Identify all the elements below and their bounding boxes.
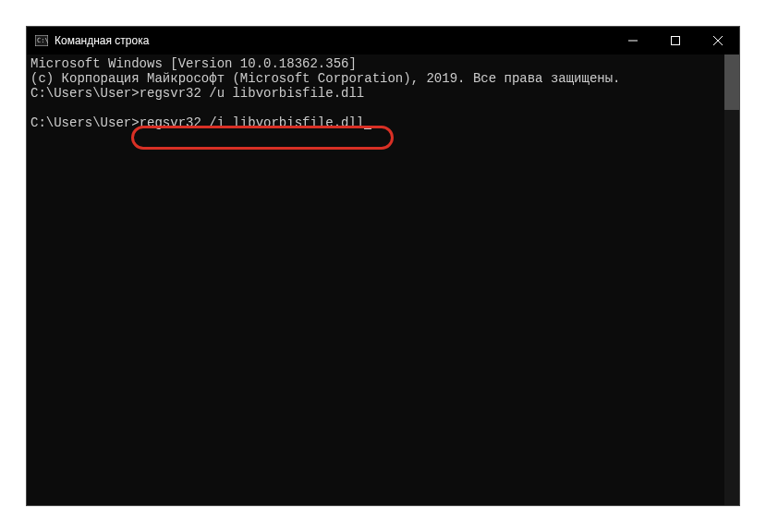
cursor: [364, 127, 371, 129]
command-text: regsvr32 /i libvorbisfile.dll: [140, 115, 365, 130]
output-line: [30, 101, 736, 115]
scrollbar[interactable]: [724, 54, 739, 505]
titlebar-left: C:\ Командная строка: [34, 33, 149, 48]
output-line: (c) Корпорация Майкрософт (Microsoft Cor…: [30, 71, 736, 86]
command-line: C:\Users\User>regsvr32 /i libvorbisfile.…: [30, 115, 736, 130]
terminal-output[interactable]: Microsoft Windows [Version 10.0.18362.35…: [27, 54, 739, 505]
cmd-icon: C:\: [34, 33, 49, 48]
prompt: C:\Users\User>: [30, 86, 140, 101]
output-line: Microsoft Windows [Version 10.0.18362.35…: [30, 56, 736, 71]
svg-text:C:\: C:\: [37, 37, 48, 44]
svg-rect-3: [672, 37, 680, 45]
cmd-window: C:\ Командная строка Microsoft Windows […: [26, 26, 740, 506]
window-controls: [612, 27, 739, 54]
minimize-button[interactable]: [612, 27, 654, 54]
maximize-button[interactable]: [654, 27, 697, 54]
prompt: C:\Users\User>: [30, 115, 140, 130]
titlebar[interactable]: C:\ Командная строка: [27, 27, 739, 54]
scrollbar-thumb[interactable]: [724, 54, 739, 110]
command-text: regsvr32 /u libvorbisfile.dll: [140, 86, 365, 101]
command-line: C:\Users\User>regsvr32 /u libvorbisfile.…: [30, 86, 736, 101]
window-title: Командная строка: [55, 34, 149, 47]
close-button[interactable]: [697, 27, 739, 54]
